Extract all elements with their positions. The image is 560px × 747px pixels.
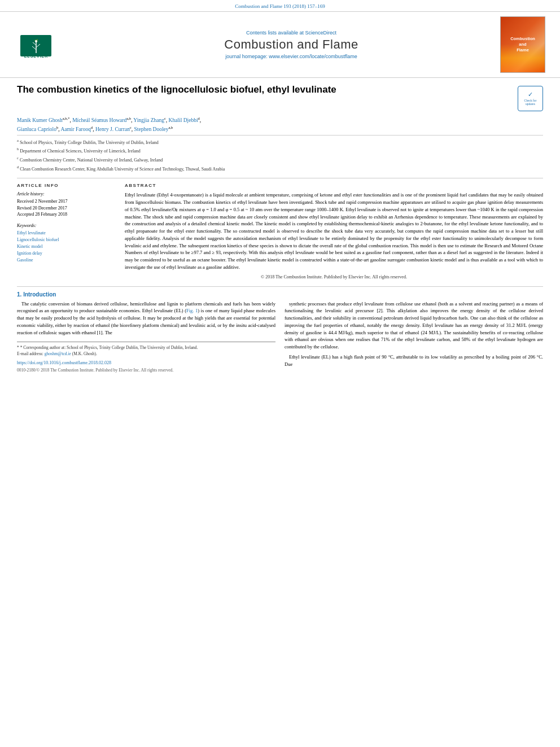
- intro-right-para-1: synthetic processes that produce ethyl l…: [285, 300, 543, 351]
- intro-right-text: synthetic processes that produce ethyl l…: [285, 300, 543, 368]
- journal-title-main: Combustion and Flame: [224, 37, 358, 52]
- article-content: The combustion kinetics of the lignocell…: [0, 78, 560, 378]
- svg-point-6: [35, 40, 37, 42]
- check-icon: ✓ Check for updates: [524, 91, 537, 106]
- author-2: Mícheál Séamus Howarda,b,: [72, 117, 133, 123]
- author-3: Yingjia Zhangc,: [133, 117, 168, 123]
- footnote-email-label: E-mail address:: [17, 351, 43, 356]
- footnote-section: * * Corresponding author at: School of P…: [17, 342, 275, 373]
- right-col: ABSTRACT Ethyl levulinate (Ethyl 4-oxope…: [125, 183, 543, 279]
- keyword-1[interactable]: Ethyl levulinate: [17, 230, 116, 237]
- doi-text: https://doi.org/10.1016/j.combustflame.2…: [17, 360, 111, 365]
- elsevier-logo: 🌿 ELSEVIER: [18, 29, 80, 60]
- left-col: ARTICLE INFO Article history: Received 2…: [17, 183, 116, 279]
- contents-text: Contents lists available at: [246, 30, 304, 36]
- article-title-section: The combustion kinetics of the lignocell…: [17, 84, 543, 111]
- intro-left-text: The catalytic conversion of biomass deri…: [17, 300, 275, 337]
- article-title: The combustion kinetics of the lignocell…: [17, 84, 512, 96]
- keyword-3[interactable]: Kinetic model: [17, 243, 116, 250]
- author-1: Manik Kumer Ghosha,b,*,: [17, 117, 72, 123]
- introduction-section: 1. Introduction The catalytic conversion…: [17, 286, 543, 373]
- history-title: Article history:: [17, 191, 116, 196]
- fig1-link[interactable]: Fig. 1: [186, 308, 198, 313]
- science-direct-link[interactable]: ScienceDirect: [305, 30, 337, 36]
- history-received: Received 2 November 2017: [17, 198, 116, 204]
- author-7: Henry J. Curranc,: [95, 126, 134, 132]
- contents-line: Contents lists available at ScienceDirec…: [246, 30, 336, 36]
- abstract-label: ABSTRACT: [125, 183, 543, 188]
- article-info-abstract-section: ARTICLE INFO Article history: Received 2…: [17, 178, 543, 279]
- keywords-section: Keywords: Ethyl levulinate Lignocellulos…: [17, 223, 116, 264]
- authors-line: Manik Kumer Ghosha,b,*, Mícheál Séamus H…: [17, 116, 543, 133]
- affil-b: b Department of Chemical Sciences, Unive…: [17, 146, 543, 155]
- doi-line[interactable]: https://doi.org/10.1016/j.combustflame.2…: [17, 360, 275, 365]
- bottom-copyright: 0010-2180/© 2018 The Combustion Institut…: [17, 368, 275, 373]
- affil-d: d Clean Combustion Research Center, King…: [17, 164, 543, 173]
- intro-section-title: Introduction: [23, 291, 56, 298]
- footnote-email-line: E-mail address: ghoshm@tcd.ie (M.K. Ghos…: [17, 351, 275, 357]
- intro-two-col: The catalytic conversion of biomass deri…: [17, 300, 543, 373]
- footnote-text-content: * Corresponding author at: School of Phy…: [20, 345, 198, 350]
- footnote-email-suffix: (M.K. Ghosh).: [72, 351, 97, 356]
- homepage-line: journal homepage: www.elsevier.com/locat…: [225, 54, 357, 59]
- author-5: Gianluca Capriolob,: [17, 126, 60, 132]
- homepage-text: journal homepage:: [225, 54, 268, 59]
- history-accepted: Accepted 28 February 2018: [17, 211, 116, 217]
- homepage-url[interactable]: www.elsevier.com/locate/combustflame: [269, 54, 357, 59]
- keyword-2[interactable]: Lignocellulosic biofuel: [17, 237, 116, 243]
- keyword-4[interactable]: Ignition delay: [17, 250, 116, 257]
- top-bar: Combustion and Flame 193 (2018) 157–169: [0, 0, 560, 12]
- intro-para-1: The catalytic conversion of biomass deri…: [17, 300, 275, 337]
- page-wrapper: Combustion and Flame 193 (2018) 157–169 …: [0, 0, 560, 747]
- affil-a: a School of Physics, Trinity College Dub…: [17, 138, 543, 146]
- check-updates-label: Check for updates: [524, 99, 537, 106]
- journal-header: 🌿 ELSEVIER Contents lists available at S…: [0, 12, 560, 78]
- journal-cover: Combustion and Flame: [500, 16, 545, 73]
- keyword-5[interactable]: Gasoline: [17, 257, 116, 264]
- journal-ref-link[interactable]: Combustion and Flame 193 (2018) 157–169: [235, 3, 325, 9]
- affiliations: a School of Physics, Trinity College Dub…: [17, 135, 543, 173]
- intro-heading: 1. Introduction: [17, 291, 543, 298]
- journal-header-center: Contents lists available at ScienceDirec…: [94, 16, 489, 73]
- intro-section-number: 1.: [17, 291, 21, 298]
- author-4: Khalil Djebbid,: [169, 117, 202, 123]
- journal-cover-section: Combustion and Flame: [495, 16, 551, 73]
- intro-right: synthetic processes that produce ethyl l…: [285, 300, 543, 373]
- check-for-updates-badge: ✓ Check for updates: [518, 86, 543, 111]
- abstract-copyright: © 2018 The Combustion Institute. Publish…: [125, 274, 543, 279]
- keywords-title: Keywords:: [17, 223, 116, 228]
- article-info-label: ARTICLE INFO: [17, 183, 116, 188]
- elsevier-logo-section: 🌿 ELSEVIER: [9, 16, 88, 73]
- intro-left: The catalytic conversion of biomass deri…: [17, 300, 275, 373]
- author-8: Stephen Dooleya,b: [134, 126, 173, 132]
- intro-right-para-2: Ethyl levulinate (EL) has a high flash p…: [285, 353, 543, 368]
- cover-title: Combustion and Flame: [510, 36, 535, 53]
- abstract-text: Ethyl levulinate (Ethyl 4-oxopentanoate)…: [125, 191, 543, 270]
- history-revised: Revised 20 December 2017: [17, 205, 116, 211]
- affil-c: c Combustion Chemistry Centre, National …: [17, 155, 543, 164]
- article-history: Article history: Received 2 November 201…: [17, 191, 116, 217]
- footnote-corresponding: * * Corresponding author at: School of P…: [17, 345, 275, 351]
- footnote-email-link[interactable]: ghoshm@tcd.ie: [45, 351, 71, 356]
- svg-text:ELSEVIER: ELSEVIER: [24, 54, 49, 58]
- author-6: Aamir Farooqd,: [60, 126, 95, 132]
